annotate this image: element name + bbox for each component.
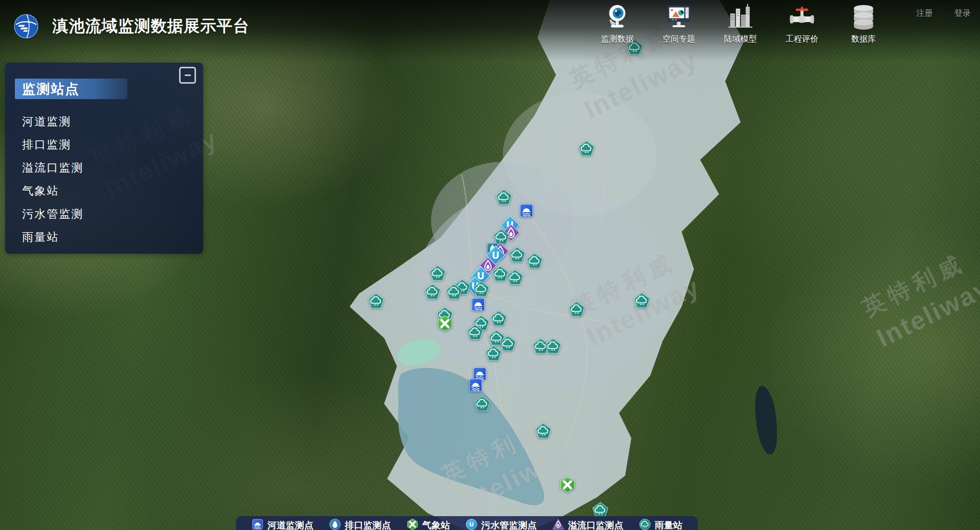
river-station-marker[interactable]: [471, 297, 486, 312]
legend-item-outfall[interactable]: 排口监测点: [329, 518, 391, 530]
nav-item-database[interactable]: 数据库: [839, 2, 888, 45]
map-legend-bar: 河道监测点 排口监测点 气象站 U 污水管监测点 溢流口监测点 雨量站: [236, 516, 698, 530]
outfall-monitor-icon: [329, 518, 341, 530]
nav-label: 监测数据: [601, 34, 634, 45]
buildings-icon: [726, 2, 755, 33]
nav-item-pipe-valve[interactable]: 工程评价: [778, 2, 826, 45]
svg-text:U: U: [469, 521, 474, 528]
east-lake: [755, 386, 777, 454]
weather-station-marker[interactable]: [437, 315, 454, 332]
sidebar-item-list: 河道监测排口监测溢流口监测气象站污水管监测雨量站: [22, 110, 193, 249]
login-link[interactable]: 登录: [954, 8, 971, 19]
legend-item-rain[interactable]: 雨量站: [639, 518, 682, 530]
rain-station-marker[interactable]: [526, 253, 543, 270]
nav-label: 数据库: [851, 34, 876, 45]
rain-station-marker[interactable]: [368, 293, 385, 310]
database-icon: [849, 2, 878, 33]
monitor-station-panel: 监测站点 河道监测排口监测溢流口监测气象站污水管监测雨量站: [5, 63, 203, 254]
rain-station-marker[interactable]: [424, 283, 441, 300]
legend-item-river[interactable]: 河道监测点: [251, 518, 313, 530]
sewage-pipe-icon: U: [465, 518, 478, 530]
rain-station-marker[interactable]: [569, 301, 585, 318]
sidebar-item-3[interactable]: 气象站: [22, 179, 193, 202]
rain-station-marker[interactable]: [467, 324, 484, 341]
weather-station-icon: [406, 518, 419, 530]
sidebar-item-5[interactable]: 雨量站: [22, 225, 193, 249]
rain-station-marker[interactable]: [491, 310, 507, 327]
main-nav: 监测数据 空间专题 陆域模型 工程评价 数据库: [593, 2, 888, 45]
minimize-icon[interactable]: [179, 67, 196, 84]
legend-item-sewage[interactable]: U 污水管监测点: [465, 518, 537, 530]
rain-station-marker[interactable]: [429, 265, 446, 282]
sidebar-item-1[interactable]: 排口监测: [22, 133, 193, 156]
overflow-outlet-icon: [552, 518, 564, 530]
register-link[interactable]: 注册: [916, 8, 933, 19]
rain-station-marker[interactable]: [578, 140, 595, 157]
nav-label: 工程评价: [786, 34, 818, 45]
auth-links: 注册 登录: [916, 8, 971, 19]
brand: 滇池流域监测数据展示平台: [13, 13, 249, 39]
page-title: 滇池流域监测数据展示平台: [52, 15, 249, 37]
river-monitor-icon: [251, 518, 264, 530]
rain-station-marker[interactable]: [496, 189, 513, 206]
sidebar-item-0[interactable]: 河道监测: [22, 110, 193, 133]
legend-item-overflow[interactable]: 溢流口监测点: [552, 518, 623, 530]
legend-label: 污水管监测点: [481, 519, 537, 530]
monitor-chart-icon: [664, 2, 693, 33]
rain-station-marker[interactable]: [509, 247, 526, 263]
legend-label: 河道监测点: [267, 519, 313, 530]
rain-station-marker[interactable]: [507, 269, 524, 286]
legend-label: 气象站: [422, 519, 450, 530]
rain-gauge-icon: [639, 518, 651, 530]
nav-item-buildings[interactable]: 陆域模型: [716, 2, 765, 45]
rain-station-marker[interactable]: [634, 292, 651, 309]
map-stage[interactable]: 英特利威 Inteliway英特利威 Inteliway英特利威 Inteliw…: [0, 0, 980, 530]
rain-station-marker[interactable]: [545, 338, 562, 355]
nav-item-webcam[interactable]: 监测数据: [593, 2, 641, 45]
rain-station-marker[interactable]: [474, 395, 491, 412]
top-header: 滇池流域监测数据展示平台 监测数据 空间专题 陆域模型 工程评价 数据库 注册 …: [0, 0, 980, 62]
sidebar-item-2[interactable]: 溢流口监测: [22, 156, 193, 179]
webcam-icon: [603, 2, 632, 33]
nav-label: 空间专题: [662, 34, 695, 45]
nav-item-monitor-chart[interactable]: 空间专题: [655, 2, 703, 45]
rain-station-marker[interactable]: [485, 345, 502, 362]
sidebar-item-4[interactable]: 污水管监测: [22, 202, 193, 225]
sidebar-title[interactable]: 监测站点: [15, 79, 127, 99]
legend-label: 排口监测点: [345, 519, 391, 530]
river-station-marker[interactable]: [468, 377, 483, 393]
weather-station-marker[interactable]: [559, 477, 576, 494]
legend-label: 雨量站: [655, 519, 682, 530]
pipe-valve-icon: [788, 2, 816, 33]
rain-station-marker[interactable]: [446, 283, 463, 300]
nav-label: 陆域模型: [724, 34, 757, 45]
rain-station-marker[interactable]: [473, 281, 490, 298]
legend-item-weather[interactable]: 气象站: [406, 518, 450, 530]
river-station-marker[interactable]: [519, 203, 534, 218]
legend-label: 溢流口监测点: [568, 519, 623, 530]
platform-logo-icon: [13, 13, 39, 39]
rain-station-marker[interactable]: [535, 423, 552, 440]
